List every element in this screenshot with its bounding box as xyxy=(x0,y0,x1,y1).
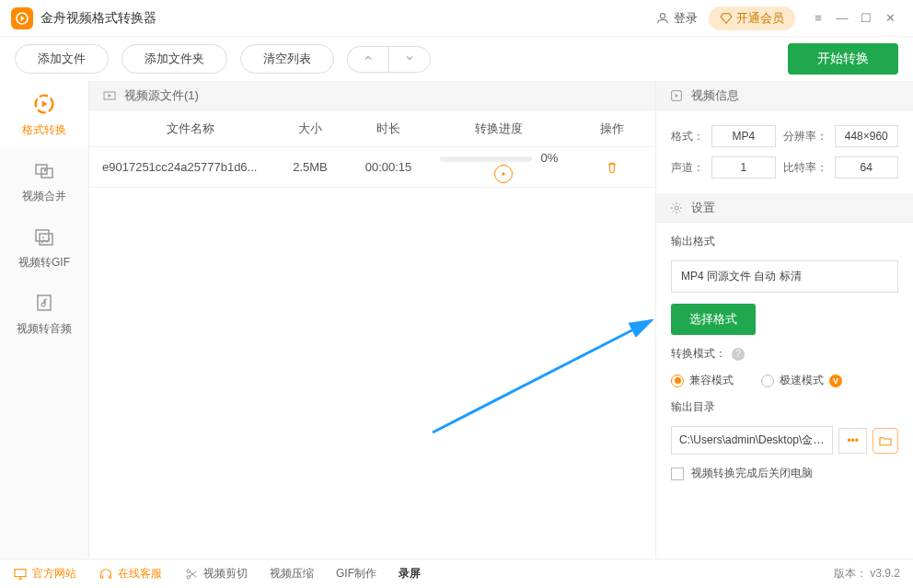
channels-label: 声道： xyxy=(671,160,704,176)
mode-label-row: 转换模式： ? xyxy=(671,346,898,362)
folder-icon xyxy=(878,433,893,448)
app-title: 金舟视频格式转换器 xyxy=(40,10,156,27)
cell-progress: 0% xyxy=(430,151,568,183)
svg-point-1 xyxy=(660,13,665,17)
start-convert-button[interactable]: 开始转换 xyxy=(788,43,898,75)
headset-icon xyxy=(98,567,113,582)
close-button[interactable]: ✕ xyxy=(878,6,902,30)
video-info-label: 视频信息 xyxy=(691,87,739,104)
radio-compat-label: 兼容模式 xyxy=(689,373,734,388)
help-icon[interactable]: ? xyxy=(732,348,745,361)
table-head: 文件名称 大小 时长 转换进度 操作 xyxy=(89,110,655,147)
toolbar: 添加文件 添加文件夹 清空列表 开始转换 xyxy=(0,37,913,81)
footer-cut[interactable]: 视频剪切 xyxy=(184,566,248,582)
resolution-value: 448×960 xyxy=(835,125,899,147)
source-header: 视频源文件(1) xyxy=(89,81,655,110)
footer-website-label: 官方网站 xyxy=(32,566,76,582)
checkbox[interactable] xyxy=(671,467,684,480)
info-play-icon xyxy=(669,88,684,103)
vip-badge: V xyxy=(829,375,842,387)
add-file-button[interactable]: 添加文件 xyxy=(15,44,109,74)
gear-icon xyxy=(669,201,684,215)
shutdown-label: 视频转换完成后关闭电脑 xyxy=(691,466,813,481)
footer-record[interactable]: 录屏 xyxy=(399,566,421,582)
settings-label: 设置 xyxy=(691,200,715,216)
login-button[interactable]: 登录 xyxy=(655,10,698,27)
radio-fast[interactable]: 极速模式 V xyxy=(761,373,842,388)
output-format-value[interactable]: MP4 同源文件 自动 标清 xyxy=(671,260,898,293)
radio-compat[interactable]: 兼容模式 xyxy=(671,373,734,388)
video-info-header: 视频信息 xyxy=(656,81,913,110)
sidebar-item-label: 视频合并 xyxy=(22,189,66,204)
radio-dot xyxy=(671,375,684,387)
maximize-button[interactable]: ☐ xyxy=(854,6,878,30)
col-progress: 转换进度 xyxy=(430,121,568,137)
mode-label: 转换模式： xyxy=(671,346,726,362)
col-duration: 时长 xyxy=(347,121,430,137)
play-button[interactable] xyxy=(494,165,513,183)
progress-bar xyxy=(440,156,532,162)
col-size: 大小 xyxy=(273,121,347,137)
sidebar-item-label: 视频转GIF xyxy=(18,255,70,271)
convert-icon xyxy=(31,91,57,117)
shutdown-checkbox-row[interactable]: 视频转换完成后关闭电脑 xyxy=(671,466,898,481)
sidebar-item-audio[interactable]: 视频转音频 xyxy=(0,280,88,346)
clear-list-button[interactable]: 清空列表 xyxy=(240,44,334,74)
footer-cs[interactable]: 在线客服 xyxy=(98,566,162,582)
minimize-button[interactable]: — xyxy=(830,6,854,30)
table-row[interactable]: e9017251cc24a25777b1d6... 2.5MB 00:00:15… xyxy=(89,147,655,188)
svg-point-11 xyxy=(675,206,678,210)
delete-button[interactable] xyxy=(601,156,623,179)
sidebar-item-gif[interactable]: 视频转GIF xyxy=(0,213,88,280)
choose-format-button[interactable]: 选择格式 xyxy=(671,304,756,335)
svg-point-7 xyxy=(42,236,44,238)
menu-button[interactable]: ≡ xyxy=(806,6,830,30)
svg-point-13 xyxy=(187,575,190,578)
vip-button[interactable]: 开通会员 xyxy=(709,6,795,30)
bitrate-label: 比特率： xyxy=(783,160,827,176)
footer-record-label: 录屏 xyxy=(399,566,421,582)
sidebar-item-merge[interactable]: 视频合并 xyxy=(0,147,88,213)
progress-text: 0% xyxy=(540,151,558,165)
open-folder-button[interactable] xyxy=(873,428,898,454)
output-format-label: 输出格式 xyxy=(671,234,898,249)
add-folder-button[interactable]: 添加文件夹 xyxy=(121,44,227,74)
cell-name: e9017251cc24a25777b1d6... xyxy=(89,160,273,174)
radio-dot xyxy=(761,375,774,387)
play-icon xyxy=(500,170,507,178)
sidebar-item-format-convert[interactable]: 格式转换 xyxy=(0,81,88,147)
footer-cs-label: 在线客服 xyxy=(118,566,162,582)
footer-compress[interactable]: 视频压缩 xyxy=(270,566,314,582)
app-logo xyxy=(11,7,33,29)
radio-fast-label: 极速模式 xyxy=(780,373,824,388)
footer: 官方网站 在线客服 视频剪切 视频压缩 GIF制作 录屏 版本： v3.9.2 xyxy=(0,559,913,588)
version-label: 版本： v3.9.2 xyxy=(834,566,900,582)
output-dir-label: 输出目录 xyxy=(671,399,898,415)
title-bar: 金舟视频格式转换器 登录 开通会员 ≡ — ☐ ✕ xyxy=(0,0,913,37)
move-down-button[interactable] xyxy=(388,46,431,73)
svg-rect-6 xyxy=(40,234,52,245)
footer-website[interactable]: 官方网站 xyxy=(13,566,76,582)
output-dir-row: C:\Users\admin\Desktop\金舟视 ••• xyxy=(671,426,898,455)
login-label: 登录 xyxy=(674,10,698,27)
move-up-button[interactable] xyxy=(347,46,388,73)
video-icon xyxy=(102,88,117,103)
format-value: MP4 xyxy=(711,125,776,147)
footer-gif[interactable]: GIF制作 xyxy=(336,566,376,582)
move-group xyxy=(347,46,431,73)
sidebar-item-label: 格式转换 xyxy=(22,122,66,138)
merge-icon xyxy=(31,157,57,183)
cell-size: 2.5MB xyxy=(273,160,347,174)
monitor-icon xyxy=(13,567,28,582)
chevron-down-icon xyxy=(404,52,415,63)
mode-radio-row: 兼容模式 极速模式 V xyxy=(671,373,898,388)
audio-icon xyxy=(31,290,57,316)
sidebar: 格式转换 视频合并 视频转GIF 视频转音频 xyxy=(0,81,88,559)
channels-value: 1 xyxy=(711,156,776,179)
footer-compress-label: 视频压缩 xyxy=(270,566,314,582)
browse-button[interactable]: ••• xyxy=(838,428,867,454)
right-panel: 视频信息 格式： MP4 分辨率： 448×960 声道： 1 比特率： 64 … xyxy=(655,81,913,559)
output-dir-input[interactable]: C:\Users\admin\Desktop\金舟视 xyxy=(671,426,833,455)
settings-header: 设置 xyxy=(656,193,913,223)
diamond-icon xyxy=(720,12,733,25)
